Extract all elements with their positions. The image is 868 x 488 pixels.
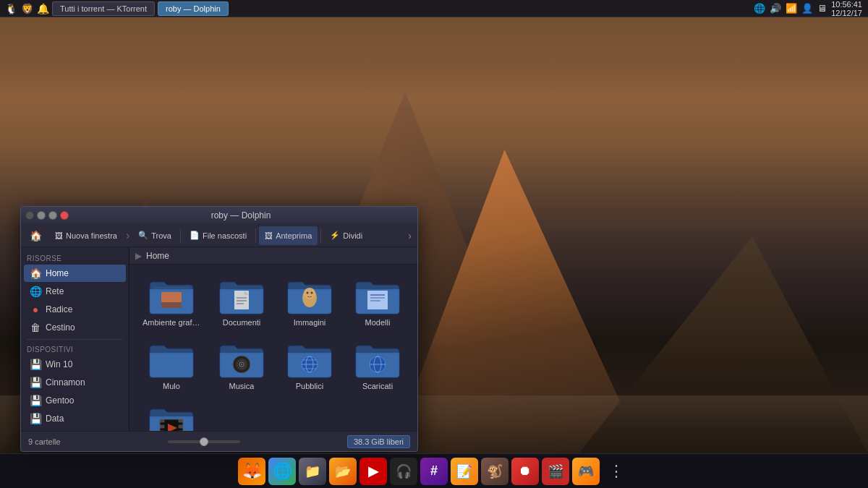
window-menu-button[interactable]: [25, 211, 34, 220]
clock-date: 12/12/17: [831, 9, 862, 17]
sidebar-item-radice[interactable]: ● Radice: [24, 301, 126, 318]
free-space-badge: 38.3 GiB liberi: [347, 435, 410, 448]
breadcrumb-arrow: ▶: [135, 251, 142, 261]
dock-music-button[interactable]: 🎧: [390, 458, 417, 485]
window-toolbar: 🏠 🖼 Nuova finestra › 🔍 Trova 📄 File nasc…: [21, 224, 417, 247]
taskbar-right-section: 🌐 🔊 📶 👤 🖥 10:56:41 12/12/17: [748, 0, 868, 17]
file-item-scaricati[interactable]: Scaricati: [346, 337, 409, 395]
file-item-pubblici[interactable]: Pubblici: [278, 337, 341, 395]
file-item-ambiente[interactable]: Ambiente grafico: [138, 273, 205, 331]
hidden-label: File nascosti: [203, 231, 247, 240]
toolbar-split-button[interactable]: ⚡ Dividi: [324, 226, 368, 245]
dock-files-button[interactable]: 📁: [299, 458, 326, 485]
file-label-mulo: Mulo: [163, 382, 180, 390]
taskbar-ktorrents-button[interactable]: Tutti i torrent — KTorrent: [52, 1, 155, 16]
svg-rect-2: [161, 292, 182, 302]
breadcrumb-home[interactable]: Home: [146, 251, 169, 261]
svg-point-10: [311, 292, 313, 294]
preview-label: Anteprima: [276, 231, 312, 240]
back-icon: 🏠: [30, 230, 42, 241]
clock-time: 10:56:41: [831, 0, 862, 9]
file-item-mulo[interactable]: Mulo: [138, 337, 205, 395]
toolbar-find-button[interactable]: 🔍 Trova: [132, 226, 177, 245]
dock-youtube-button[interactable]: ▶: [359, 458, 387, 485]
win10-icon: 💾: [30, 359, 41, 370]
sidebar-item-home[interactable]: 🏠 Home: [24, 265, 126, 282]
window-close-button[interactable]: [60, 211, 69, 220]
hidden-icon: 📄: [190, 231, 200, 240]
split-label: Dividi: [343, 231, 362, 240]
folder-icon-mulo: [148, 341, 195, 379]
file-grid: Ambiente grafico Documenti: [129, 265, 417, 431]
folder-icon-musica: [218, 341, 265, 379]
app-icon-bell[interactable]: 🔔: [36, 2, 49, 15]
dock-more-button[interactable]: ⋮: [603, 458, 630, 485]
dock-video-button[interactable]: 🎬: [542, 458, 569, 485]
window-maximize-button[interactable]: [48, 211, 57, 220]
file-label-scaricati: Scaricati: [362, 382, 393, 390]
sidebar-item-gentoo[interactable]: 💾 Gentoo: [24, 392, 126, 409]
sidebar-item-archlabs[interactable]: 💾 ArchLabs: [24, 428, 126, 431]
network-icon[interactable]: 🌐: [754, 3, 765, 14]
sidebar-section-dispositivi: Dispositivi: [21, 343, 129, 355]
file-item-video[interactable]: Video: [138, 401, 205, 431]
taskbar-dolphin-button[interactable]: roby — Dolphin: [158, 1, 229, 16]
toolbar-separator-2: [255, 228, 256, 243]
toolbar-preview-button[interactable]: 🖼 Anteprima: [259, 226, 318, 245]
window-minimize-button[interactable]: [37, 211, 46, 220]
wifi-icon[interactable]: 📶: [786, 3, 797, 14]
sidebar-section-risorse: Risorse: [21, 252, 129, 264]
toolbar-more-button[interactable]: ›: [405, 230, 414, 241]
user-icon[interactable]: 👤: [801, 3, 813, 14]
dock-firefox-button[interactable]: 🦊: [238, 458, 265, 485]
app-icon-penguin[interactable]: 🐧: [4, 2, 17, 15]
file-label-immagini: Immagini: [294, 318, 326, 327]
svg-rect-31: [179, 419, 183, 422]
new-window-label: Nuova finestra: [66, 231, 117, 240]
dolphin-window: roby — Dolphin 🏠 🖼 Nuova finestra › 🔍 Tr…: [20, 206, 418, 452]
volume-icon[interactable]: 🔊: [770, 3, 781, 14]
dock-folder-button[interactable]: 📂: [329, 458, 357, 485]
data-icon: 💾: [30, 413, 41, 424]
taskbar-bottom: 🦊 🌐 📁 📂 ▶ 🎧 # 📝 🐒 ⏺ 🎬 🎮 ⋮: [0, 453, 868, 488]
system-clock: 10:56:41 12/12/17: [831, 0, 862, 17]
sidebar-item-cinnamon[interactable]: 💾 Cinnamon: [24, 374, 126, 391]
sidebar-item-rete[interactable]: 🌐 Rete: [24, 283, 126, 300]
sidebar-cinnamon-label: Cinnamon: [46, 377, 85, 388]
folder-icon-video: [148, 405, 195, 431]
dock-games-button[interactable]: 🎮: [572, 458, 600, 485]
dock-notes-button[interactable]: 📝: [451, 458, 478, 485]
zoom-slider[interactable]: [68, 440, 340, 443]
split-icon: ⚡: [330, 231, 340, 240]
sidebar-home-label: Home: [46, 268, 69, 278]
dock-virtualbox-button[interactable]: 🐒: [481, 458, 509, 485]
dock-chrome-button[interactable]: 🌐: [268, 458, 296, 485]
window-body: Risorse 🏠 Home 🌐 Rete ● Radice 🗑 Cestino…: [21, 247, 417, 431]
file-item-musica[interactable]: Musica: [210, 337, 273, 395]
sidebar-item-cestino[interactable]: 🗑 Cestino: [24, 319, 126, 336]
app-icon-lion[interactable]: 🦁: [20, 2, 33, 15]
monitor-icon[interactable]: 🖥: [817, 3, 827, 14]
toolbar-new-window-button[interactable]: 🖼 Nuova finestra: [49, 226, 123, 245]
folder-icon-documenti: [218, 278, 265, 315]
folder-icon-ambiente: [148, 278, 195, 315]
sidebar-rete-label: Rete: [46, 286, 64, 296]
file-item-modelli[interactable]: Modelli: [346, 273, 409, 331]
sidebar-gentoo-label: Gentoo: [46, 395, 74, 406]
svg-rect-11: [367, 291, 388, 309]
svg-rect-32: [179, 425, 183, 428]
content-area: ▶ Home Ambiente grafico: [129, 247, 417, 431]
cinnamon-icon: 💾: [30, 377, 41, 388]
file-item-documenti[interactable]: Documenti: [210, 273, 273, 331]
dock-irc-button[interactable]: #: [420, 458, 448, 485]
window-titlebar: roby — Dolphin: [21, 207, 417, 224]
dock-record-button[interactable]: ⏺: [511, 458, 539, 485]
toolbar-back-button[interactable]: 🏠: [24, 226, 48, 245]
sidebar: Risorse 🏠 Home 🌐 Rete ● Radice 🗑 Cestino…: [21, 247, 129, 431]
sidebar-item-win10[interactable]: 💾 Win 10: [24, 356, 126, 373]
file-item-immagini[interactable]: Immagini: [278, 273, 341, 331]
sidebar-item-data[interactable]: 💾 Data: [24, 410, 126, 427]
toolbar-hidden-button[interactable]: 📄 File nascosti: [184, 226, 252, 245]
svg-rect-29: [160, 425, 164, 428]
svg-point-8: [304, 288, 315, 299]
